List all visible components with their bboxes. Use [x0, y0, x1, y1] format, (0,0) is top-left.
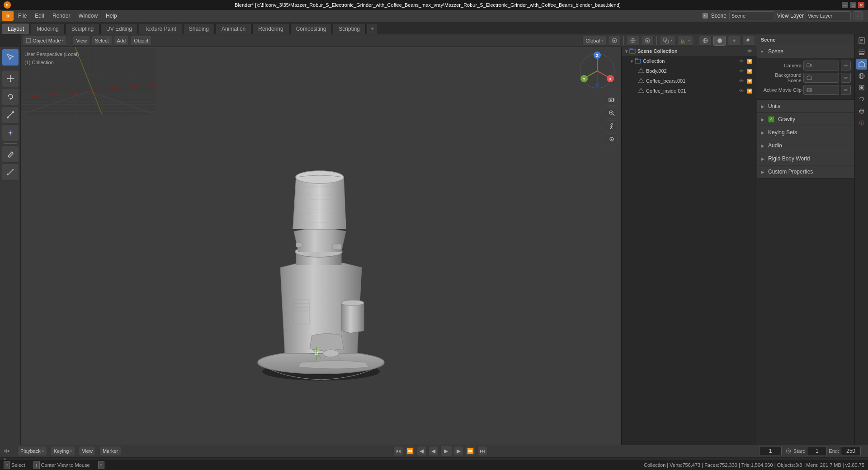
modifier-props-tab[interactable]: [856, 94, 867, 105]
body002-item[interactable]: Body.002 👁 🔽: [622, 66, 757, 76]
visibility-toggle[interactable]: 👁: [746, 47, 753, 55]
view-menu[interactable]: View: [73, 36, 90, 46]
keying-menu[interactable]: Keying ▾: [51, 446, 75, 456]
add-menu[interactable]: Add: [114, 36, 129, 46]
view-layer-field[interactable]: View Layer: [806, 11, 851, 20]
minimize-button[interactable]: ─: [842, 2, 848, 8]
scene-props-tab[interactable]: [856, 59, 867, 70]
proportional-edit[interactable]: [641, 36, 654, 46]
zoom-in-button[interactable]: [606, 107, 618, 119]
keying-sets-header[interactable]: ▶ Keying Sets: [757, 126, 854, 139]
shading-solid[interactable]: [713, 36, 726, 46]
shading-wireframe[interactable]: [699, 36, 712, 46]
rigid-body-header[interactable]: ▶ Rigid Body World: [757, 152, 854, 165]
units-header[interactable]: ▶ Units: [757, 100, 854, 113]
background-scene-field[interactable]: [803, 73, 839, 83]
movie-clip-field[interactable]: [803, 85, 839, 95]
tool-rotate[interactable]: [2, 88, 19, 105]
tool-select[interactable]: [2, 49, 19, 66]
tab-modeling[interactable]: Modeling: [31, 23, 65, 34]
play-button[interactable]: ▶: [440, 445, 452, 457]
overlay-button[interactable]: ▾: [660, 36, 675, 46]
close-button[interactable]: ✕: [858, 2, 864, 8]
tab-add[interactable]: +: [367, 23, 378, 34]
gizmo-button[interactable]: ▾: [677, 36, 693, 46]
start-frame-field[interactable]: 1: [807, 446, 827, 456]
shading-render[interactable]: [742, 36, 755, 46]
viewport-area[interactable]: User Perspective (Local) (1) Collection …: [21, 47, 621, 445]
audio-header[interactable]: ▶ Audio: [757, 139, 854, 152]
view-menu-timeline[interactable]: View: [79, 446, 96, 456]
next-keyframe-button[interactable]: ▶: [454, 446, 464, 456]
tab-layout[interactable]: Layout: [2, 23, 30, 34]
body002-render-vis[interactable]: 🔽: [746, 67, 753, 75]
tool-scale[interactable]: [2, 106, 19, 123]
coffee-inside-render-vis[interactable]: 🔽: [746, 87, 753, 94]
scene-collection-item[interactable]: ▾ Scene Collection 👁: [622, 46, 757, 56]
add-workspace-button[interactable]: +: [854, 11, 863, 20]
jump-start-button[interactable]: ⏮: [393, 446, 403, 456]
body002-visibility[interactable]: 👁: [738, 67, 745, 75]
tab-rendering[interactable]: Rendering: [252, 23, 289, 34]
collection-render[interactable]: 🔽: [746, 57, 753, 65]
current-frame-field[interactable]: 1: [759, 446, 782, 456]
world-props-tab[interactable]: [856, 70, 867, 81]
maximize-button[interactable]: □: [850, 2, 856, 8]
physics-props-tab[interactable]: [856, 106, 867, 117]
coffee-bears-item[interactable]: Coffee_bears.001 👁 🔽: [622, 76, 757, 86]
marker-menu[interactable]: Marker: [99, 446, 121, 456]
render-menu[interactable]: Render: [49, 11, 74, 21]
snap-button[interactable]: [627, 36, 639, 46]
coffee-bears-visibility[interactable]: 👁: [738, 77, 745, 85]
transform-pivot[interactable]: [608, 36, 621, 46]
playback-menu[interactable]: Playback ▾: [17, 446, 47, 456]
tab-shading[interactable]: Shading: [183, 23, 215, 34]
collection-visibility[interactable]: 👁: [738, 57, 745, 65]
view-layer-props-tab[interactable]: [856, 47, 867, 58]
fly-mode-button[interactable]: [606, 133, 618, 145]
tool-move[interactable]: [2, 70, 19, 87]
camera-view-button[interactable]: [606, 94, 618, 106]
tab-uv-editing[interactable]: UV Editing: [100, 23, 138, 34]
constraint-props-tab[interactable]: !: [856, 118, 867, 128]
background-scene-edit-btn[interactable]: ✏: [841, 73, 851, 83]
scene-section-header[interactable]: ▾ Scene: [757, 45, 854, 58]
select-menu[interactable]: Select: [92, 36, 112, 46]
output-props-tab[interactable]: [856, 35, 867, 46]
tab-sculpting[interactable]: Sculpting: [66, 23, 99, 34]
shading-material[interactable]: [728, 36, 741, 46]
movie-clip-edit-btn[interactable]: ✏: [841, 85, 851, 95]
coffee-inside-item[interactable]: Coffee_inside.001 👁 🔽: [622, 86, 757, 96]
help-menu[interactable]: Help: [102, 11, 121, 21]
tool-measure[interactable]: [2, 164, 19, 181]
gravity-header[interactable]: ▶ ✓ Gravity: [757, 113, 854, 126]
jump-end-button[interactable]: ⏭: [477, 446, 487, 456]
gravity-checkbox[interactable]: ✓: [768, 116, 774, 122]
coffee-inside-visibility[interactable]: 👁: [738, 87, 745, 94]
play-reverse-button[interactable]: ◀: [429, 446, 439, 456]
tab-scripting[interactable]: Scripting: [333, 23, 366, 34]
tab-compositing[interactable]: Compositing: [290, 23, 332, 34]
end-frame-field[interactable]: 250: [841, 446, 861, 456]
collection-item[interactable]: ▾ Collection 👁 🔽: [622, 56, 757, 66]
scene-name[interactable]: Scene: [711, 13, 726, 19]
camera-edit-btn[interactable]: ✏: [841, 61, 851, 70]
object-mode-selector[interactable]: Object Mode ▾: [23, 36, 67, 46]
step-forward-button[interactable]: ⏩: [466, 446, 476, 456]
coffee-bears-render-vis[interactable]: 🔽: [746, 77, 753, 85]
file-menu[interactable]: File: [14, 11, 30, 21]
step-back-button[interactable]: ⏪: [405, 446, 415, 456]
edit-menu[interactable]: Edit: [31, 11, 48, 21]
object-menu[interactable]: Object: [131, 36, 151, 46]
tool-annotate[interactable]: [2, 146, 19, 163]
camera-field[interactable]: [803, 61, 839, 70]
walk-mode-button[interactable]: [606, 120, 618, 132]
tool-transform[interactable]: [2, 124, 19, 141]
window-menu[interactable]: Window: [75, 11, 101, 21]
tab-texture-paint[interactable]: Texture Paint: [139, 23, 182, 34]
tab-animation[interactable]: Animation: [216, 23, 251, 34]
global-transform[interactable]: Global ▾: [582, 36, 606, 46]
custom-props-header[interactable]: ▶ Custom Properties: [757, 165, 854, 178]
blender-menu[interactable]: B: [2, 11, 14, 21]
object-props-tab[interactable]: [856, 82, 867, 93]
